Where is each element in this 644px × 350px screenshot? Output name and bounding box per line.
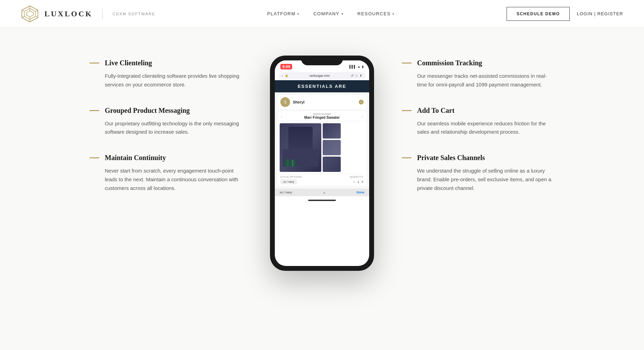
nav-company[interactable]: COMPANY ▾ (313, 11, 344, 16)
svg-line-5 (22, 10, 24, 11)
feature-dash-icon (90, 62, 99, 64)
logo-icon (21, 5, 39, 23)
bookmark-icon[interactable]: □ (356, 74, 357, 77)
features-right: Commission Tracking Our messenger tracks… (388, 49, 554, 210)
product-nav: ‹ RACKSUGAR Marr Fringed Sweater › (278, 111, 366, 121)
feature-title-row-5: Add To Cart (402, 107, 554, 115)
home-bar (308, 200, 336, 201)
quantity-label: QUANTITY (350, 176, 364, 178)
phone-home-indicator (275, 196, 369, 203)
feature-private-sales: Private Sales Channels We understand the… (402, 154, 554, 192)
signal-icon: ▌▌▌ (349, 65, 356, 68)
svg-marker-2 (26, 11, 33, 17)
qty-plus-button[interactable]: + (361, 180, 364, 184)
feature-title-row-2: Grouped Product Messaging (90, 107, 242, 115)
feature-desc-2: Our proprietary outfitting technology is… (105, 119, 242, 137)
logo-divider (102, 9, 103, 19)
logo-area: LUXLOCK CDXM SOFTWARE (21, 5, 155, 23)
nav-resources[interactable]: RESOURCES ▾ (357, 11, 395, 16)
product-card: ‹ RACKSUGAR Marr Fringed Sweater › (278, 111, 366, 186)
feature-desc-1: Fully-integrated clienteling software pr… (105, 72, 242, 89)
logo-text: LUXLOCK (44, 9, 93, 18)
status-icons: ▌▌▌ ▲ ▮ (349, 65, 364, 68)
main-nav: PLATFORM ▾ COMPANY ▾ RESOURCES ▾ (267, 11, 395, 16)
style-options-label: STYLE OPTIONS (280, 176, 302, 178)
done-button[interactable]: Done (357, 191, 365, 194)
style-select[interactable]: xs / navy (280, 179, 297, 184)
main-content: Live Clienteling Fully-integrated client… (0, 28, 644, 350)
feature-dash-icon-6 (402, 157, 412, 158)
feature-live-clienteling: Live Clienteling Fully-integrated client… (90, 59, 242, 89)
feature-grouped-messaging: Grouped Product Messaging Our proprietar… (90, 107, 242, 137)
feature-desc-6: We understand the struggle of selling on… (417, 167, 554, 192)
feature-title-5: Add To Cart (417, 107, 455, 115)
back-icon[interactable]: ‹ (282, 74, 283, 77)
feature-title-4: Commission Tracking (417, 59, 482, 67)
share-icon[interactable]: ⬆ (359, 74, 362, 77)
status-time: 8:09 (280, 64, 292, 69)
features-left: Live Clienteling Fully-integrated client… (90, 49, 256, 210)
schedule-demo-button[interactable]: SCHEDULE DEMO (507, 7, 570, 21)
verified-check-icon: ✓ (359, 100, 364, 105)
product-thumb-1[interactable] (323, 123, 341, 139)
battery-icon: ▮ (362, 65, 364, 68)
product-images (278, 121, 366, 174)
wifi-icon: ▲ (357, 65, 361, 68)
header-actions: SCHEDULE DEMO LOGIN | REGISTER (507, 7, 623, 21)
feature-dash-icon-5 (402, 110, 412, 111)
feature-title-3: Maintain Continuity (105, 154, 166, 162)
footer-option-text: xs / navy (280, 191, 292, 194)
feature-dash-icon-4 (402, 62, 412, 64)
options-row: STYLE OPTIONS QUANTITY xs / navy − 1 + (278, 174, 366, 186)
product-brand: RACKSUGAR (282, 112, 362, 116)
chat-header: S Sheryl ✓ (278, 95, 366, 109)
product-main-image (280, 123, 321, 172)
phone-mockup: 8:09 ▌▌▌ ▲ ▮ ‹ 🔒 racksugar.com ↺ □ (270, 56, 374, 271)
avatar: S (280, 97, 290, 107)
product-thumb-3[interactable] (323, 157, 341, 172)
chat-area: S Sheryl ✓ ‹ RACKSUGAR Marr Fringed Swea… (275, 92, 369, 189)
product-name: Marr Fringed Sweater (282, 116, 362, 119)
footer-chevron-icon: ▲ (323, 191, 326, 194)
feature-commission-tracking: Commission Tracking Our messenger tracks… (402, 59, 554, 89)
next-icon[interactable]: › (362, 114, 363, 118)
options-controls: xs / navy − 1 + (280, 179, 364, 184)
feature-title-6: Private Sales Channels (417, 154, 485, 162)
phone-footer-bar: xs / navy ▲ Done (275, 189, 369, 196)
product-thumb-2[interactable] (323, 140, 341, 155)
resources-chevron-icon: ▾ (392, 12, 395, 16)
feature-title-row-1: Live Clienteling (90, 59, 242, 67)
phone-center: 8:09 ▌▌▌ ▲ ▮ ‹ 🔒 racksugar.com ↺ □ (256, 49, 388, 278)
feature-dash-icon-3 (90, 157, 99, 158)
sweater-visual (280, 123, 321, 172)
hero-text: ESSENTIALS ARE (278, 84, 366, 89)
feature-title-row-4: Commission Tracking (402, 59, 554, 67)
qty-value: 1 (357, 180, 359, 184)
phone-screen: 8:09 ▌▌▌ ▲ ▮ ‹ 🔒 racksugar.com ↺ □ (275, 60, 369, 266)
login-register-button[interactable]: LOGIN | REGISTER (577, 11, 623, 16)
lock-icon: 🔒 (285, 74, 288, 77)
header: LUXLOCK CDXM SOFTWARE PLATFORM ▾ COMPANY… (0, 0, 644, 28)
feature-title-row-6: Private Sales Channels (402, 154, 554, 162)
nav-platform[interactable]: PLATFORM ▾ (267, 11, 299, 16)
feature-maintain-continuity: Maintain Continuity Never start from scr… (90, 154, 242, 192)
feature-title-2: Grouped Product Messaging (105, 107, 190, 115)
feature-add-to-cart: Add To Cart Our seamless mobile experien… (402, 107, 554, 137)
browser-bar: ‹ 🔒 racksugar.com ↺ □ ⬆ (279, 72, 365, 79)
feature-dash-icon-2 (90, 110, 99, 111)
company-chevron-icon: ▾ (341, 12, 344, 16)
chat-name: Sheryl (293, 100, 356, 104)
refresh-icon[interactable]: ↺ (351, 74, 354, 77)
product-thumbnails (323, 123, 341, 172)
quantity-control: − 1 + (353, 180, 364, 184)
svg-line-7 (35, 10, 38, 11)
feature-desc-4: Our messenger tracks net-assisted commis… (417, 72, 554, 89)
feature-desc-3: Never start from scratch, every engageme… (105, 167, 242, 192)
qty-minus-button[interactable]: − (353, 180, 355, 184)
phone-hero-banner: ESSENTIALS ARE (275, 80, 369, 92)
feature-title-row-3: Maintain Continuity (90, 154, 242, 162)
platform-chevron-icon: ▾ (297, 12, 300, 16)
svg-line-8 (22, 16, 24, 18)
phone-notch (301, 56, 343, 65)
feature-desc-5: Our seamless mobile experience reduces f… (417, 119, 554, 137)
